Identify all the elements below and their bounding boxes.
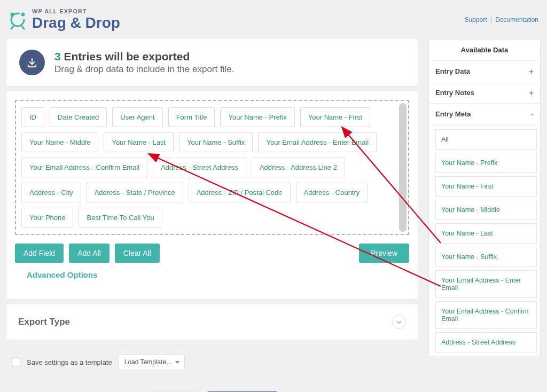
field-chip[interactable]: Address - Street Address	[153, 158, 246, 177]
accordion-group[interactable]: Entry Notes+	[429, 82, 540, 104]
header-subtitle: Drag & drop data to include in the expor…	[54, 64, 234, 75]
documentation-link[interactable]: Documentation	[495, 16, 538, 23]
support-link[interactable]: Support	[464, 16, 487, 23]
field-chip[interactable]: Your Name - Middle	[21, 132, 98, 152]
plus-icon: +	[529, 88, 534, 97]
accordion-group[interactable]: Entry Data+	[429, 61, 540, 82]
app-title: Drag & Drop	[32, 15, 120, 30]
accordion-group[interactable]: Entry Meta-	[429, 104, 540, 125]
header-panel: 3 Entries will be exported Drag & drop d…	[6, 39, 418, 86]
add-all-button[interactable]: Add All	[69, 244, 110, 263]
save-template-checkbox[interactable]	[12, 358, 20, 366]
available-field[interactable]: Your Email Address - Enter Email	[435, 270, 537, 298]
field-chip[interactable]: Address - City	[21, 183, 81, 202]
plus-icon: +	[529, 67, 534, 76]
svg-point-1	[11, 12, 14, 16]
available-field[interactable]: Address - Street Address	[435, 332, 537, 352]
field-chip[interactable]: Address - ZIP / Postal Code	[189, 183, 291, 202]
export-type-label: Export Type	[18, 317, 70, 327]
download-icon	[19, 50, 45, 75]
save-settings-row: Save settings as a template Load Templat…	[6, 345, 418, 377]
svg-point-2	[21, 12, 25, 16]
app-super-title: WP ALL EXPORT	[32, 9, 120, 14]
available-data-title: Available Data	[429, 40, 540, 61]
available-field[interactable]: All	[435, 129, 537, 150]
top-bar: WP ALL EXPORT Drag & Drop Support | Docu…	[0, 0, 547, 35]
field-chip[interactable]: Your Email Address - Enter Email	[258, 132, 377, 152]
field-chip[interactable]: Address - Address Line 2	[252, 158, 345, 177]
scrollbar[interactable]	[399, 103, 407, 232]
save-template-label: Save settings as a template	[27, 358, 112, 366]
field-chip[interactable]: Your Name - First	[300, 107, 370, 127]
field-chip[interactable]: Address - State / Province	[87, 183, 183, 202]
field-chip[interactable]: Your Name - Prefix	[220, 107, 294, 127]
available-field[interactable]: Your Name - First	[435, 176, 537, 197]
field-chip[interactable]: Your Phone	[21, 208, 73, 228]
available-field[interactable]: Your Email Address - Confirm Email	[435, 301, 537, 329]
preview-button[interactable]: Preview	[359, 244, 409, 263]
add-field-button[interactable]: Add Field	[15, 244, 64, 263]
header-title: 3 Entries will be exported	[54, 50, 234, 63]
available-field[interactable]: Your Name - Suffix	[435, 247, 537, 267]
load-template-select[interactable]: Load Template...	[119, 354, 185, 370]
available-field[interactable]: Your Name - Last	[435, 223, 537, 244]
field-chip[interactable]: Your Name - Suffix	[179, 132, 253, 152]
available-field[interactable]: Your Name - Prefix	[435, 153, 537, 173]
app-logo-icon	[6, 9, 29, 31]
field-chip[interactable]: Date Created	[50, 107, 107, 127]
field-chip[interactable]: Your Email Address - Confirm Email	[21, 158, 147, 177]
builder-panel: IDDate CreatedUser AgentForm TitleYour N…	[6, 91, 418, 299]
export-type-panel[interactable]: Export Type	[6, 304, 418, 340]
field-chip[interactable]: Address - Country	[296, 183, 368, 202]
available-data-panel: Available Data Entry Data+Entry Notes+En…	[428, 39, 541, 356]
field-chip[interactable]: Your Name - Last	[104, 132, 174, 152]
minus-icon: -	[531, 109, 534, 119]
top-links: Support | Documentation	[464, 16, 538, 23]
field-chip[interactable]: Form Title	[168, 107, 215, 127]
chevron-down-icon[interactable]	[392, 315, 406, 329]
advanced-options-toggle[interactable]: Advanced Options	[27, 270, 98, 279]
clear-all-button[interactable]: Clear All	[115, 244, 160, 263]
field-chip[interactable]: User Agent	[112, 107, 162, 127]
available-field[interactable]: Your Name - Middle	[435, 200, 537, 220]
field-chip[interactable]: Best Time To Call You	[79, 208, 162, 228]
field-chip[interactable]: ID	[21, 107, 44, 127]
drop-zone[interactable]: IDDate CreatedUser AgentForm TitleYour N…	[15, 100, 409, 235]
